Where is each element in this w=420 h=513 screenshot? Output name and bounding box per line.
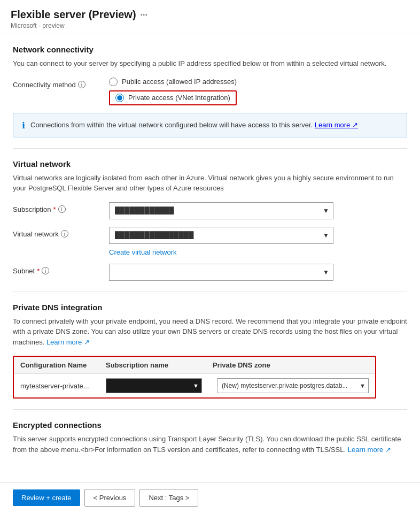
dns-header-zone: Private DNS zone bbox=[213, 361, 369, 369]
create-vnet-link[interactable]: Create virtual network bbox=[109, 248, 407, 256]
divider-1 bbox=[13, 148, 407, 149]
vnet-label: Virtual network i bbox=[13, 227, 109, 238]
vnet-control: ████████████████ ▼ Create virtual networ… bbox=[109, 227, 407, 256]
dns-subscription-select[interactable]: ████████████ bbox=[106, 378, 202, 393]
dns-learn-more-link[interactable]: Learn more ↗ bbox=[46, 338, 90, 346]
dns-zone-select-wrapper: (New) mytestserver.private.postgres.data… bbox=[213, 378, 369, 393]
subscription-select[interactable]: ████████████ bbox=[109, 202, 333, 219]
encrypted-connections-title: Encrypted connections bbox=[13, 420, 407, 430]
subnet-control: ▼ bbox=[109, 264, 407, 281]
connectivity-info-icon[interactable]: i bbox=[78, 81, 85, 88]
private-access-radio[interactable] bbox=[115, 94, 124, 102]
private-dns-desc: To connect privately with your private e… bbox=[13, 316, 407, 348]
info-banner: ℹ Connections from within the virtual ne… bbox=[13, 113, 407, 137]
subscription-info-icon[interactable]: i bbox=[58, 205, 66, 213]
dns-subscription-select-wrapper: ████████████ ▼ bbox=[106, 378, 213, 393]
dns-config-name: mytestserver-private... bbox=[20, 382, 106, 390]
vnet-info-icon[interactable]: i bbox=[61, 230, 68, 238]
encrypted-connections-desc: This server supports encrypted connectio… bbox=[13, 434, 407, 455]
previous-button[interactable]: < Previous bbox=[84, 489, 136, 507]
private-access-label: Private access (VNet Integration) bbox=[128, 94, 230, 102]
next-button[interactable]: Next : Tags > bbox=[139, 489, 198, 507]
dns-header-subscription: Subscription name bbox=[106, 361, 213, 369]
connectivity-method-label: Connectivity method i bbox=[13, 78, 109, 89]
dns-table: Configuration Name Subscription name Pri… bbox=[13, 356, 376, 399]
subscription-label: Subscription * i bbox=[13, 202, 109, 213]
subnet-required: * bbox=[37, 267, 40, 275]
network-connectivity-title: Network connectivity bbox=[13, 45, 407, 54]
title-text: Flexible server (Preview) bbox=[11, 9, 136, 21]
public-access-option[interactable]: Public access (allowed IP addresses) bbox=[109, 78, 407, 86]
dns-header-config-name: Configuration Name bbox=[20, 361, 106, 369]
more-options-icon[interactable]: ··· bbox=[141, 10, 147, 20]
connectivity-options: Public access (allowed IP addresses) Pri… bbox=[109, 78, 407, 105]
subscription-required: * bbox=[53, 205, 56, 213]
subnet-info-icon[interactable]: i bbox=[42, 267, 49, 274]
encrypted-learn-more-link[interactable]: Learn more ↗ bbox=[348, 446, 391, 454]
page-title: Flexible server (Preview) ··· bbox=[11, 9, 409, 21]
virtual-network-desc: Virtual networks are logically isolated … bbox=[13, 173, 407, 194]
private-access-option[interactable]: Private access (VNet Integration) bbox=[109, 90, 407, 105]
subnet-label: Subnet * i bbox=[13, 264, 109, 275]
public-access-radio[interactable] bbox=[109, 78, 118, 86]
review-create-button[interactable]: Review + create bbox=[13, 489, 80, 506]
subnet-select[interactable] bbox=[109, 264, 333, 281]
virtual-network-title: Virtual network bbox=[13, 159, 407, 169]
divider-3 bbox=[13, 409, 407, 410]
network-learn-more-link[interactable]: Learn more ↗ bbox=[315, 121, 358, 129]
info-banner-text: Connections from within the virtual netw… bbox=[30, 120, 358, 131]
info-banner-icon: ℹ bbox=[22, 120, 25, 131]
footer: Review + create < Previous Next : Tags > bbox=[0, 482, 420, 513]
private-dns-title: Private DNS integration bbox=[13, 303, 407, 312]
page-subtitle: Microsoft - preview bbox=[11, 22, 409, 29]
vnet-select[interactable]: ████████████████ bbox=[109, 227, 333, 244]
divider-2 bbox=[13, 292, 407, 292]
dns-table-header: Configuration Name Subscription name Pri… bbox=[14, 357, 375, 374]
public-access-label: Public access (allowed IP addresses) bbox=[122, 78, 237, 86]
subscription-control: ████████████ ▼ bbox=[109, 202, 407, 219]
dns-zone-select[interactable]: (New) mytestserver.private.postgres.data… bbox=[217, 378, 369, 393]
dns-table-row: mytestserver-private... ████████████ ▼ bbox=[14, 374, 375, 397]
network-connectivity-desc: You can connect to your server by specif… bbox=[13, 58, 407, 69]
